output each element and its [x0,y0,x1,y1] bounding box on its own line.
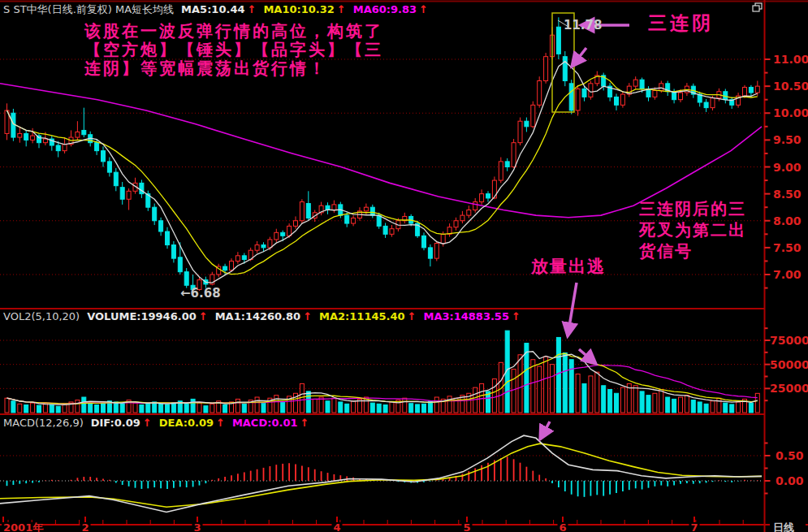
annotation-volume-escape: 放量出逃 [531,258,606,275]
up-arrow-icon: ↑ [419,3,428,15]
svg-text:10.50: 10.50 [773,80,808,93]
annotation-line: 【空方炮】【锤头】【品字头】【三 [84,41,383,59]
up-arrow-icon: ↑ [303,310,312,322]
dif-value: DIF:0.09 [91,417,140,429]
price-panel-header: S ST中华(日线.前复权) MA短长均线 MA5:10.44↑ MA10:10… [3,2,428,17]
svg-text:4: 4 [333,521,340,532]
stock-chart-window: 11.0010.5010.009.509.008.508.007.507.007… [0,0,808,532]
annotation-top-note: 该股在一波反弹行情的高位，构筑了 【空方炮】【锤头】【品字头】【三 连阴】等宽幅… [84,22,383,78]
svg-text:9.50: 9.50 [773,133,802,146]
macd-lines [0,435,762,512]
macd-panel-header: MACD(12,26,9) DIF:0.09↑ DEA:0.09↑ MACD:0… [3,417,309,429]
price-axis: 11.0010.5010.009.509.008.508.007.507.00 [765,53,808,288]
svg-text:3: 3 [193,521,201,532]
up-arrow-icon: ↑ [247,3,256,15]
svg-text:7.50: 7.50 [773,241,802,254]
up-arrow-icon: ↑ [300,417,309,429]
restore-window-icon[interactable] [753,3,762,11]
annotation-line: 该股在一波反弹行情的高位，构筑了 [84,22,383,41]
annotation-line: 三连阴后的三 [639,198,746,219]
volume-panel-header: VOL2(5,10,20) VOLUME:19946.00↑ MA1:14260… [3,310,521,322]
volume-ma-lines [7,352,758,405]
ma60-value: MA60:9.83 [353,3,417,15]
period-label: 日线 [773,521,794,532]
svg-text:2: 2 [81,521,89,532]
annotation-death-cross: 三连阴后的三 死叉为第二出 货信号 [639,198,746,262]
macd-axis: 0.500.00 [765,443,804,494]
svg-text:75000: 75000 [770,334,808,347]
annotation-line: 死叉为第二出 [639,219,746,240]
svg-text:7.00: 7.00 [773,268,802,281]
volume-indicator-name: VOL2(5,10,20) [3,310,80,322]
macd-histogram [7,456,758,497]
svg-text:0.00: 0.00 [776,474,804,487]
svg-text:50000: 50000 [770,358,808,371]
svg-text:5: 5 [463,521,470,532]
up-arrow-icon: ↑ [337,3,346,15]
svg-text:25000: 25000 [770,382,808,395]
svg-text:8.00: 8.00 [773,214,802,227]
annotation-line: 连阴】等宽幅震荡出货行情！ [84,59,383,78]
dea-value: DEA:0.09 [159,417,214,429]
svg-text:10.00: 10.00 [773,106,808,119]
macd-indicator-name: MACD(12,26,9) [3,417,84,429]
svg-text:2001年: 2001年 [3,521,44,532]
ma10-value: MA10:10.32 [263,3,334,15]
up-arrow-icon: ↑ [199,310,208,322]
svg-text:8.50: 8.50 [773,188,802,201]
svg-text:9.00: 9.00 [773,161,802,174]
up-arrow-icon: ↑ [512,310,521,322]
up-arrow-icon: ↑ [408,310,417,322]
peak-price-label: 11.78 [564,18,602,32]
low-price-label: ←6.68 [180,286,221,301]
macd-value: MACD:0.01 [232,417,298,429]
svg-text:0.50: 0.50 [776,449,804,462]
volume-ma1-value: MA1:14260.80 [215,310,301,322]
ma5-value: MA5:10.44 [181,3,244,15]
up-arrow-icon: ↑ [143,417,152,429]
volume-ma2-value: MA2:11145.40 [319,310,405,322]
up-arrow-icon: ↑ [216,417,225,429]
annotation-three-yin: 三连阴 [648,14,714,32]
svg-text:7: 7 [690,521,698,532]
svg-text:6: 6 [559,521,566,532]
volume-value: VOLUME:19946.00 [87,310,197,322]
chart-title: S ST中华(日线.前复权) MA短长均线 [3,2,174,17]
volume-axis: 750005000025000 [765,328,808,400]
volume-ma3-value: MA3:14883.55 [423,310,509,322]
svg-text:11.00: 11.00 [773,53,808,66]
chart-canvas[interactable]: 11.0010.5010.009.509.008.508.007.507.007… [0,0,808,532]
volume-series [5,331,759,413]
annotation-line: 货信号 [639,240,746,262]
panel-frame [0,0,808,532]
